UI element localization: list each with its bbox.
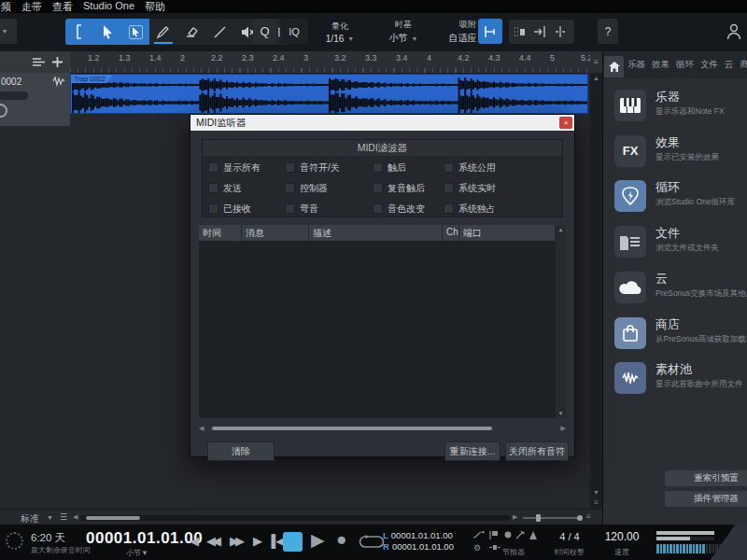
event-table-body[interactable] — [199, 241, 556, 418]
reindex-presets-button[interactable]: 重索引预置 — [665, 470, 747, 486]
pencil-tool-button[interactable] — [149, 19, 177, 45]
scroll-right-icon[interactable]: ▶ — [561, 425, 566, 432]
play-button[interactable]: ▶ — [311, 529, 325, 551]
browser-tab-4[interactable]: 云 — [725, 59, 734, 71]
zoom-presets-icon[interactable]: ≡ — [594, 58, 599, 66]
browser-item-4[interactable]: 云 PreSonus交换市场及其他服务 — [603, 268, 747, 313]
loop-end-row[interactable]: R00001.01.01.00 — [383, 541, 454, 552]
menu-item-3[interactable]: Studio One — [83, 0, 134, 13]
browser-item-5[interactable]: 商店 从PreSonus商城获取加载项 — [603, 314, 747, 358]
view-mode-selector[interactable]: 标准 — [21, 512, 39, 525]
reconnect-button[interactable]: 重新连接... — [444, 441, 500, 461]
scroll-left-icon[interactable]: ◀ — [199, 425, 204, 432]
browser-item-3[interactable]: 文件 浏览文件或文件夹 — [603, 222, 747, 267]
zoom-slider[interactable] — [523, 517, 581, 519]
precount-record-icon[interactable] — [504, 531, 512, 540]
browser-tab-2[interactable]: 循环 — [676, 59, 694, 71]
snap-toggle-button[interactable] — [478, 19, 502, 44]
record-button[interactable]: ● — [336, 529, 346, 550]
track-header[interactable]: Trap 0002 — [0, 73, 70, 127]
checkbox-音色改变[interactable] — [373, 203, 383, 214]
clear-button[interactable]: 清除 — [207, 441, 275, 461]
zoom-presets-icon[interactable]: ≡ — [590, 498, 602, 507]
checkbox-控制器[interactable] — [285, 183, 295, 193]
scrollbar-thumb[interactable] — [86, 516, 140, 520]
quantize-q-button[interactable]: Q — [253, 19, 276, 44]
timebase-dropdown[interactable]: 时基 小节▼ — [377, 18, 430, 46]
loop-button[interactable] — [359, 535, 384, 549]
scroll-right-icon[interactable]: ▶ — [513, 513, 517, 521]
chevron-down-icon[interactable]: ▼ — [47, 514, 53, 521]
checkbox-已接收[interactable] — [208, 203, 218, 214]
menu-item-0[interactable]: 音频 — [0, 0, 11, 13]
checkbox-显示所有[interactable] — [208, 162, 218, 173]
browser-tab-0[interactable]: 乐器 — [627, 59, 645, 71]
close-button[interactable]: × — [559, 117, 572, 129]
position-unit[interactable]: 小节▼ — [86, 548, 189, 558]
track-list-icon[interactable] — [33, 58, 45, 66]
menu-item-4[interactable]: 帮助 — [145, 0, 165, 13]
settings-gear-icon[interactable]: ⚙ — [473, 543, 481, 553]
tempo-value[interactable]: 120.00 — [598, 530, 646, 543]
add-track-icon[interactable] — [52, 57, 63, 67]
iq-button[interactable]: IQ — [280, 19, 308, 44]
time-signature-value[interactable]: 4 / 4 — [549, 531, 590, 542]
playhead-position[interactable]: 00001.01.01.00 — [86, 529, 189, 548]
follow-edit-icon[interactable] — [529, 21, 550, 42]
track-fader-pill[interactable] — [0, 91, 28, 100]
table-vertical-scrollbar[interactable]: ▲ ▼ — [556, 225, 566, 418]
table-horizontal-scrollbar[interactable]: ◀ ▶ — [199, 424, 566, 433]
zoom-presets-icon[interactable]: ≡ — [586, 512, 591, 521]
vertical-scrollbar[interactable]: ▲ ▼ ≡ — [590, 73, 602, 509]
checkbox-触后[interactable] — [373, 162, 383, 173]
browser-item-0[interactable]: 乐器 显示乐器和Note FX — [603, 86, 747, 131]
tuner-icon[interactable] — [515, 531, 525, 541]
scroll-left-icon[interactable]: ◀ — [73, 513, 78, 521]
scroll-down-icon[interactable]: ▼ — [590, 489, 602, 496]
browser-home-tab[interactable] — [604, 56, 624, 77]
column-header-4[interactable]: 端口 — [459, 225, 556, 241]
stop-button[interactable] — [283, 532, 303, 552]
browser-item-1[interactable]: FX 效果 显示已安装的效果 — [603, 132, 747, 176]
zoom-slider-thumb[interactable] — [536, 514, 541, 522]
fast-forward-button[interactable]: ▶▶ — [230, 532, 241, 551]
browser-tab-5[interactable]: 商店 — [740, 59, 747, 71]
rewind-button[interactable]: ◀◀ — [206, 532, 218, 551]
autoscroll-icon[interactable] — [509, 21, 529, 42]
checkbox-复音触后[interactable] — [373, 183, 383, 193]
eraser-tool-button[interactable] — [177, 19, 205, 45]
checkbox-发送[interactable] — [208, 183, 218, 193]
input-monitor-icon[interactable] — [473, 531, 485, 541]
next-marker-button[interactable]: ▶ — [253, 532, 262, 551]
timeline-ruler[interactable]: 1.21.31.422.22.32.433.23.33.444.24.34.45… — [70, 51, 590, 73]
prev-marker-button[interactable]: ◀ — [190, 532, 199, 551]
column-header-2[interactable]: 描述 — [309, 225, 443, 241]
audio-clip[interactable]: Trap 0002 — [70, 74, 588, 114]
scroll-up-icon[interactable]: ▲ — [556, 227, 566, 232]
checkbox-系统实时[interactable] — [444, 183, 454, 193]
checkbox-系统公用[interactable] — [444, 162, 454, 173]
arrow-tool-button[interactable] — [93, 19, 121, 45]
loop-start-row[interactable]: L00001.01.01.00 — [383, 530, 453, 540]
checkbox-系统独占[interactable] — [444, 203, 454, 214]
column-header-3[interactable]: Ch — [443, 225, 459, 241]
browser-tab-3[interactable]: 文件 — [700, 59, 718, 71]
dialog-titlebar[interactable]: MIDI监听器 × — [190, 115, 574, 131]
checkbox-音符开/关[interactable] — [285, 162, 295, 173]
corner-dropdown-button[interactable]: ▼ — [0, 19, 17, 44]
list-icon[interactable]: ☰ — [60, 512, 67, 522]
scroll-down-icon[interactable]: ▼ — [556, 411, 566, 416]
scroll-up-icon[interactable]: ▲ — [590, 75, 602, 81]
browser-item-6[interactable]: 素材池 显示此首歌曲中所用文件 — [603, 358, 747, 403]
line-tool-button[interactable] — [205, 19, 233, 45]
menu-item-1[interactable]: 走带 — [21, 0, 42, 13]
horizontal-scrollbar[interactable] — [80, 515, 510, 521]
help-button[interactable]: ? — [598, 19, 618, 44]
browser-tab-1[interactable]: 效果 — [652, 59, 669, 71]
range-tool-button[interactable] — [121, 19, 149, 45]
quantize-dropdown[interactable]: 量化 1/16▼ — [314, 18, 366, 46]
monitor-button[interactable] — [0, 104, 7, 118]
metronome-icon[interactable] — [529, 531, 538, 541]
scrollbar-thumb[interactable] — [212, 427, 492, 430]
checkbox-弯音[interactable] — [285, 203, 295, 214]
